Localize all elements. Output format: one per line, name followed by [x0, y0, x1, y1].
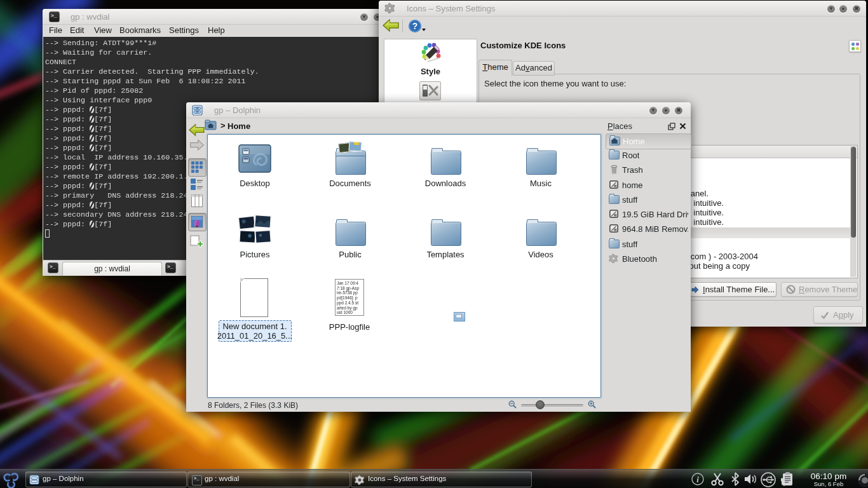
- svg-text:i: i: [696, 475, 699, 484]
- svg-text:?: ?: [412, 21, 418, 31]
